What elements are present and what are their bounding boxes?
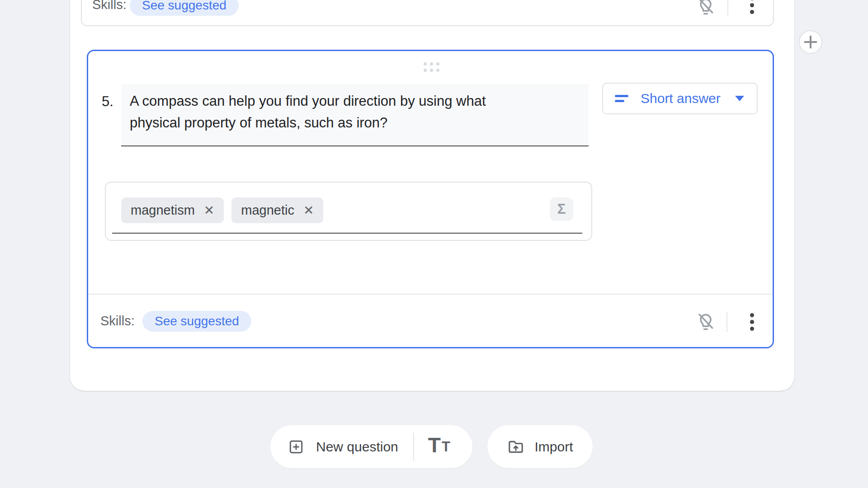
kebab-menu-icon: [750, 313, 754, 331]
equation-button[interactable]: Σ: [550, 197, 573, 221]
add-question-fab[interactable]: [799, 30, 822, 54]
chevron-down-icon: [735, 96, 744, 101]
card-footer-divider: [88, 294, 773, 295]
remove-chip-icon[interactable]: ✕: [204, 204, 214, 217]
answer-key-field[interactable]: magnetism ✕ magnetic ✕ Σ: [105, 182, 592, 241]
bottom-toolbar-left: New question T T: [270, 425, 472, 468]
suggestions-off-button[interactable]: [695, 311, 716, 332]
see-suggested-chip[interactable]: See suggested: [142, 311, 251, 332]
see-suggested-chip[interactable]: See suggested: [130, 0, 239, 16]
plus-icon: [804, 36, 817, 48]
sigma-icon: Σ: [557, 201, 566, 217]
divider: [726, 312, 727, 332]
answer-chip: magnetic ✕: [231, 197, 323, 223]
lightbulb-off-icon: [695, 0, 716, 17]
suggestions-off-button[interactable]: [695, 0, 716, 17]
import-label: Import: [534, 439, 573, 455]
import-button[interactable]: Import: [487, 425, 593, 468]
text-icon-small: T: [442, 435, 450, 459]
skills-label: Skills:: [92, 0, 127, 12]
short-answer-icon: [615, 95, 628, 102]
more-options-button[interactable]: [743, 313, 761, 331]
answer-chips-row: magnetism ✕ magnetic ✕: [121, 197, 323, 223]
quiz-editor-page: { "previous_question_card": { "skills_la…: [0, 0, 868, 488]
question-number: 5.: [102, 91, 113, 113]
folder-upload-icon: [507, 438, 525, 456]
drag-handle-icon[interactable]: [424, 62, 439, 72]
answer-chip-label: magnetism: [131, 203, 195, 218]
form-canvas: Skills: See suggested 5. A compass can h…: [70, 0, 794, 391]
question-type-dropdown[interactable]: Short answer: [602, 83, 758, 114]
text-icon-large: T: [428, 435, 441, 455]
new-question-button[interactable]: New question: [288, 438, 398, 455]
answer-chip: magnetism ✕: [121, 197, 224, 223]
kebab-menu-icon: [750, 0, 754, 14]
question-text-input[interactable]: A compass can help you find your directi…: [121, 84, 589, 146]
divider: [727, 0, 728, 16]
remove-chip-icon[interactable]: ✕: [303, 204, 314, 217]
add-title-text-button[interactable]: T T: [428, 435, 450, 459]
new-question-label: New question: [316, 439, 398, 455]
lightbulb-off-icon: [695, 311, 716, 332]
selected-question-card[interactable]: 5. A compass can help you find your dire…: [87, 50, 774, 348]
divider: [413, 433, 414, 461]
more-options-button[interactable]: [743, 0, 761, 14]
question-text: A compass can help you find your directi…: [130, 90, 530, 134]
question-type-label: Short answer: [641, 91, 721, 106]
answer-chip-label: magnetic: [241, 203, 294, 218]
answer-input-underline: [112, 233, 582, 234]
add-box-icon: [288, 438, 305, 455]
skills-label: Skills:: [100, 313, 135, 328]
previous-question-card[interactable]: Skills: See suggested: [81, 0, 774, 26]
